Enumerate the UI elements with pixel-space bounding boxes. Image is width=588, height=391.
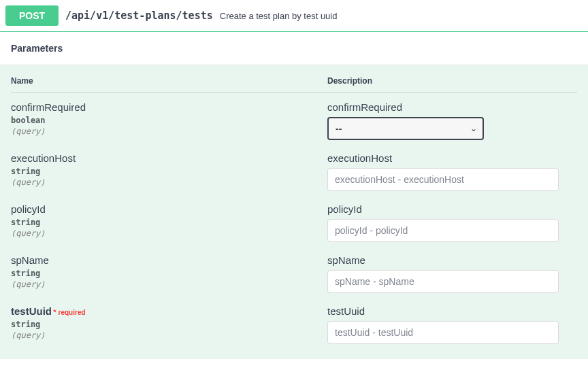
- parameter-description: confirmRequired: [327, 101, 577, 113]
- parameter-in: (query): [11, 279, 327, 289]
- parameter-description: testUuid: [327, 305, 577, 317]
- column-header-description: Description: [327, 76, 577, 86]
- parameter-name-cell: executionHoststring(query): [11, 152, 327, 191]
- parameter-in: (query): [11, 228, 327, 238]
- parameters-table-header: Name Description: [11, 76, 577, 93]
- parameter-description: spName: [327, 254, 577, 266]
- parameter-row: policyIdstring(query)policyId: [11, 195, 577, 246]
- parameter-row: testUuid * requiredstring(query)testUuid: [11, 297, 577, 348]
- parameters-section-title: Parameters: [0, 32, 588, 65]
- parameter-name: policyId: [11, 203, 327, 215]
- parameter-name-cell: spNamestring(query): [11, 254, 327, 293]
- parameter-input[interactable]: [327, 321, 559, 344]
- parameter-type: boolean: [11, 116, 327, 125]
- parameter-description-cell: spName: [327, 254, 577, 293]
- parameter-type: string: [11, 269, 327, 278]
- parameter-name: confirmRequired: [11, 101, 327, 113]
- parameter-name: testUuid * required: [11, 305, 327, 317]
- parameter-description-cell: policyId: [327, 203, 577, 242]
- parameter-name: executionHost: [11, 152, 327, 164]
- parameter-description: executionHost: [327, 152, 577, 164]
- parameter-name-cell: policyIdstring(query): [11, 203, 327, 242]
- endpoint-summary: Create a test plan by test uuid: [220, 11, 338, 21]
- endpoint-header[interactable]: POST /api/v1/test-plans/tests Create a t…: [0, 0, 588, 32]
- parameter-type: string: [11, 167, 327, 176]
- required-label: required: [59, 309, 86, 316]
- parameter-type: string: [11, 320, 327, 329]
- parameter-description: policyId: [327, 203, 577, 215]
- parameter-in: (query): [11, 177, 327, 187]
- parameter-input[interactable]: [327, 270, 559, 293]
- parameter-input[interactable]: [327, 219, 559, 242]
- parameter-select-wrap: --⌄: [327, 117, 484, 140]
- parameter-description-cell: confirmRequired--⌄: [327, 101, 577, 140]
- parameter-input[interactable]: [327, 168, 559, 191]
- parameter-row: spNamestring(query)spName: [11, 246, 577, 297]
- parameter-row: executionHoststring(query)executionHost: [11, 144, 577, 195]
- parameter-type: string: [11, 218, 327, 227]
- http-method-badge: POST: [5, 5, 59, 26]
- required-star-icon: *: [52, 308, 59, 316]
- parameter-name: spName: [11, 254, 327, 266]
- parameter-description-cell: testUuid: [327, 305, 577, 344]
- parameter-row: confirmRequiredboolean(query)confirmRequ…: [11, 93, 577, 144]
- parameter-name-cell: confirmRequiredboolean(query): [11, 101, 327, 140]
- parameter-select[interactable]: --: [327, 117, 484, 140]
- column-header-name: Name: [11, 76, 327, 86]
- parameter-name-cell: testUuid * requiredstring(query): [11, 305, 327, 344]
- parameter-in: (query): [11, 126, 327, 136]
- parameter-in: (query): [11, 330, 327, 340]
- parameters-panel: Name Description confirmRequiredboolean(…: [0, 65, 588, 359]
- endpoint-path: /api/v1/test-plans/tests: [65, 10, 213, 22]
- parameter-description-cell: executionHost: [327, 152, 577, 191]
